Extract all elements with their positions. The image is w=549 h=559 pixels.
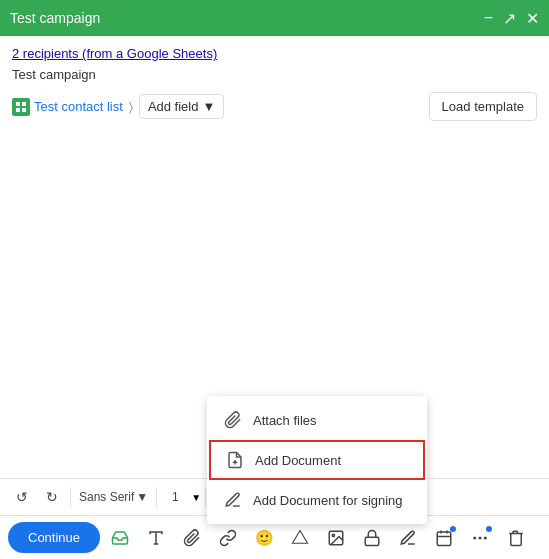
font-size-chevron[interactable]: ▼ (191, 492, 201, 503)
emoji-button[interactable]: 🙂 (248, 522, 280, 554)
pen-icon (223, 490, 243, 510)
minimize-icon[interactable]: − (484, 9, 493, 27)
dropdown-item-attach-files[interactable]: Attach files (207, 400, 427, 440)
lock-button[interactable] (356, 522, 388, 554)
svg-point-19 (332, 534, 334, 536)
font-family-label: Sans Serif (79, 490, 134, 504)
document-icon (225, 450, 245, 470)
add-field-chevron-icon: ▼ (202, 99, 215, 114)
schedule-badge (450, 526, 456, 532)
svg-rect-20 (365, 537, 379, 545)
dropdown-item-add-document[interactable]: Add Document (209, 440, 425, 480)
svg-marker-17 (293, 530, 308, 543)
svg-rect-2 (16, 108, 20, 112)
campaign-name-label: Test campaign (12, 67, 537, 82)
recipients-info[interactable]: 2 recipients (from a Google Sheets) (12, 46, 537, 61)
paperclip-icon (223, 410, 243, 430)
main-content: 2 recipients (from a Google Sheets) Test… (0, 36, 549, 412)
toolbar-left: Test contact list 〉 Add field ▼ (12, 94, 224, 119)
toolbar-separator-2 (156, 487, 157, 507)
font-size-input[interactable] (161, 490, 189, 504)
undo-button[interactable]: ↺ (8, 483, 36, 511)
expand-icon[interactable]: ↗ (503, 9, 516, 28)
drive-button[interactable] (284, 522, 316, 554)
attach-button[interactable] (176, 522, 208, 554)
svg-point-27 (485, 537, 487, 539)
svg-rect-3 (22, 108, 26, 112)
attach-files-label: Attach files (253, 413, 317, 428)
send-icon-button[interactable] (104, 522, 136, 554)
svg-point-25 (474, 537, 476, 539)
contact-list-button[interactable]: Test contact list (12, 98, 123, 116)
add-field-label: Add field (148, 99, 199, 114)
add-document-signing-label: Add Document for signing (253, 493, 403, 508)
title-bar: Test campaign − ↗ ✕ (0, 0, 549, 36)
svg-rect-21 (437, 532, 451, 546)
contact-list-label: Test contact list (34, 99, 123, 114)
load-template-button[interactable]: Load template (429, 92, 537, 121)
more-options-button[interactable] (464, 522, 496, 554)
font-family-chevron: ▼ (136, 490, 148, 504)
add-document-label: Add Document (255, 453, 341, 468)
svg-point-26 (479, 537, 481, 539)
continue-button[interactable]: Continue (8, 522, 100, 553)
toolbar-row: Test contact list 〉 Add field ▼ Load tem… (12, 92, 537, 121)
toolbar-separator-3 (205, 487, 206, 507)
image-button[interactable] (320, 522, 352, 554)
link-button[interactable] (212, 522, 244, 554)
signature-button[interactable] (392, 522, 424, 554)
text-format-button[interactable] (140, 522, 172, 554)
svg-rect-1 (22, 102, 26, 106)
redo-button[interactable]: ↻ (38, 483, 66, 511)
more-options-badge (486, 526, 492, 532)
add-field-button[interactable]: Add field ▼ (139, 94, 224, 119)
dropdown-menu: Attach files Add Document Add Document f… (207, 396, 427, 524)
dropdown-item-add-document-signing[interactable]: Add Document for signing (207, 480, 427, 520)
toolbar-separator-1 (70, 487, 71, 507)
font-family-select[interactable]: Sans Serif ▼ (75, 488, 152, 506)
compose-area[interactable] (12, 129, 537, 409)
delete-button[interactable] (500, 522, 532, 554)
contact-list-icon (12, 98, 30, 116)
svg-rect-0 (16, 102, 20, 106)
schedule-button[interactable] (428, 522, 460, 554)
window-title: Test campaign (10, 10, 100, 26)
close-icon[interactable]: ✕ (526, 9, 539, 28)
breadcrumb-separator: 〉 (129, 100, 133, 114)
window-controls: − ↗ ✕ (484, 9, 539, 28)
